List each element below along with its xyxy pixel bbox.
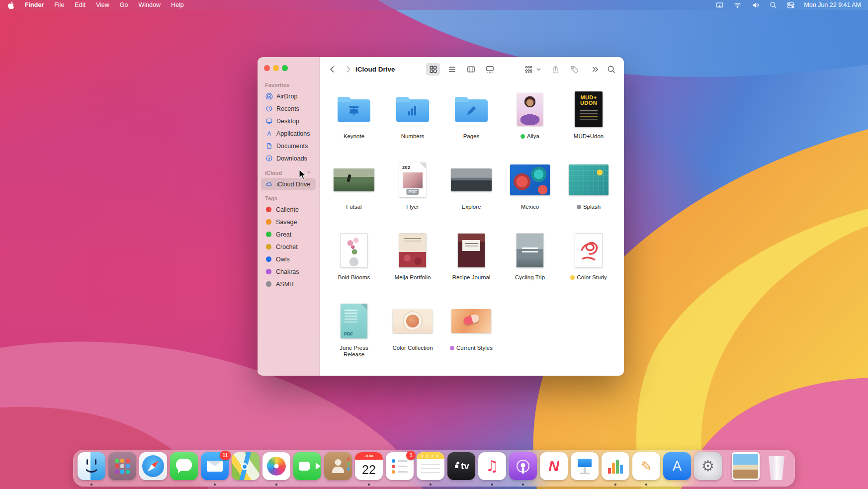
dock-item-reminders[interactable]: 1 — [384, 452, 415, 484]
more-toolbar-items-button[interactable] — [588, 63, 602, 76]
group-by-button[interactable] — [521, 63, 535, 76]
close-button[interactable] — [264, 65, 270, 71]
dock-item-launchpad[interactable] — [107, 452, 138, 484]
menu-item-edit[interactable]: Edit — [75, 1, 86, 8]
dock-item-facetime[interactable] — [292, 452, 323, 484]
sidebar-item-documents[interactable]: Documents — [261, 140, 316, 152]
share-button[interactable] — [548, 63, 562, 76]
forward-button[interactable] — [341, 63, 355, 76]
dock-item-calendar[interactable]: JUN22 — [353, 452, 384, 484]
spotlight-icon[interactable] — [769, 1, 777, 9]
gallery-view-button[interactable] — [483, 63, 497, 76]
running-indicator-dot — [522, 484, 524, 486]
dock-item-notes[interactable] — [415, 452, 446, 484]
app-menu-finder[interactable]: Finder — [25, 1, 44, 8]
sidebar-section-tags: Tags — [261, 190, 316, 203]
list-view-button[interactable] — [445, 63, 459, 76]
file-item-june-press-release[interactable]: PDFJune Press Release — [325, 299, 383, 369]
dock-item-podcasts[interactable] — [508, 452, 538, 484]
file-item-current-styles[interactable]: Current Styles — [442, 299, 501, 369]
sidebar-item-owls[interactable]: Owls — [261, 253, 316, 265]
file-grid: KeynoteNumbersPagesAliyaMUD+UDONMUD+Udon… — [320, 81, 624, 376]
sidebar-item-applications[interactable]: Applications — [261, 127, 316, 140]
dock-item-maps[interactable] — [230, 452, 261, 484]
mexico-thumbnail — [510, 164, 550, 195]
menu-item-view[interactable]: View — [96, 1, 109, 8]
running-indicator-dot — [614, 484, 616, 486]
dock-item-downloads-stack[interactable] — [730, 452, 761, 484]
wifi-icon[interactable] — [733, 1, 742, 9]
tag-color-dot — [266, 207, 271, 212]
dock-item-numbers[interactable] — [600, 452, 631, 484]
file-item-mud-udon[interactable]: MUD+UDONMUD+Udon — [559, 87, 618, 158]
file-name: June Press Release — [329, 345, 379, 358]
group-by-chevron-icon[interactable] — [534, 63, 542, 76]
volume-icon[interactable] — [751, 1, 760, 9]
file-item-explore[interactable]: Explore — [442, 158, 501, 228]
file-item-recipe-journal[interactable]: Recipe Journal — [442, 228, 501, 299]
sidebar-item-chakras[interactable]: Chakras — [261, 265, 316, 278]
sidebar-item-great[interactable]: Great — [261, 228, 316, 241]
dock-item-music[interactable]: ♫ — [477, 452, 508, 484]
menu-item-window[interactable]: Window — [138, 1, 160, 8]
file-item-futsal[interactable]: Futsal — [325, 158, 383, 228]
dock-item-contacts[interactable] — [323, 452, 353, 484]
sidebar-item-crochet[interactable]: Crochet — [261, 241, 316, 253]
file-item-numbers[interactable]: Numbers — [383, 87, 442, 158]
back-button[interactable] — [325, 63, 339, 76]
file-name: Keynote — [344, 133, 364, 140]
sidebar-item-label: Owls — [276, 256, 290, 263]
file-item-color-study[interactable]: Color Study — [559, 228, 618, 299]
file-name: Recipe Journal — [452, 274, 491, 281]
menu-bar-clock[interactable]: Mon Jun 22 9:41 AM — [804, 1, 861, 8]
columns-view-button[interactable] — [464, 63, 478, 76]
dock-item-trash[interactable] — [761, 452, 792, 484]
sidebar-item-airdrop[interactable]: AirDrop — [261, 90, 316, 102]
sidebar-item-downloads[interactable]: Downloads — [261, 152, 316, 164]
file-item-pages[interactable]: Pages — [442, 87, 501, 158]
sidebar-item-label: Savage — [276, 219, 297, 226]
tag-button[interactable] — [567, 63, 581, 76]
menu-item-file[interactable]: File — [54, 1, 64, 8]
apple-menu[interactable] — [8, 1, 14, 9]
file-item-aliya[interactable]: Aliya — [501, 87, 559, 158]
dock-item-mail[interactable]: 11 — [199, 452, 230, 484]
sidebar-item-desktop[interactable]: Desktop — [261, 115, 316, 127]
file-item-bold-blooms[interactable]: Bold Blooms — [325, 228, 383, 299]
dock-item-system-preferences[interactable]: ⚙ — [693, 452, 723, 484]
airdrop-icon — [265, 92, 273, 100]
menu-item-go[interactable]: Go — [120, 1, 128, 8]
file-item-mexico[interactable]: Mexico — [501, 158, 559, 228]
file-item-splash[interactable]: Splash — [559, 158, 618, 228]
dock-item-safari[interactable] — [138, 452, 169, 484]
zoom-button[interactable] — [282, 65, 288, 71]
sidebar-item-recents[interactable]: Recents — [261, 102, 316, 115]
file-name: Explore — [462, 204, 481, 210]
search-button[interactable] — [604, 63, 618, 76]
dock-item-messages[interactable] — [169, 452, 199, 484]
file-item-color-collection[interactable]: Color Collection — [383, 299, 442, 369]
sidebar-item-label: iCloud Drive — [276, 181, 310, 188]
dock-item-news[interactable]: N — [538, 452, 569, 484]
menu-item-help[interactable]: Help — [171, 1, 184, 8]
file-item-meija-portfolio[interactable]: Meija Portfolio — [383, 228, 442, 299]
file-item-keynote[interactable]: Keynote — [325, 87, 383, 158]
dock-item-photos[interactable] — [261, 452, 292, 484]
control-center-icon[interactable] — [786, 1, 795, 9]
file-item-flyer[interactable]: 202PDFFlyer — [383, 158, 442, 228]
explore-thumbnail — [451, 168, 492, 191]
sidebar-item-icloud-drive[interactable]: iCloud Drive — [261, 178, 316, 190]
sidebar-item-caliente[interactable]: Caliente — [261, 203, 316, 216]
dock-item-apple-tv[interactable]: tv — [446, 452, 477, 484]
dock-item-pages[interactable]: ✎ — [631, 452, 662, 484]
minimize-button[interactable] — [273, 65, 279, 71]
file-item-cycling-trip[interactable]: Cycling Trip — [501, 228, 559, 299]
grid-view-button[interactable] — [426, 63, 440, 76]
dock-item-app-store[interactable]: A — [662, 452, 693, 484]
file-name: Current Styles — [450, 345, 493, 351]
dock-item-finder[interactable] — [76, 452, 107, 484]
sidebar-item-asmr[interactable]: ASMR — [261, 278, 316, 290]
dock-item-keynote[interactable] — [569, 452, 600, 484]
screen-mirroring-icon[interactable] — [715, 1, 724, 9]
sidebar-item-savage[interactable]: Savage — [261, 216, 316, 228]
